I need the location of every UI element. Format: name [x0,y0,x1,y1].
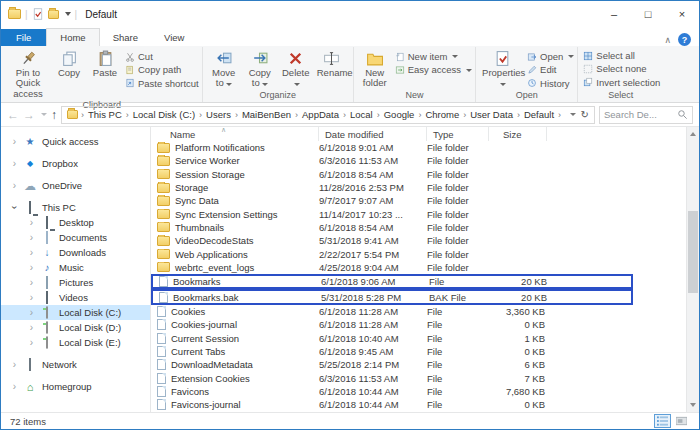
properties-qat-icon[interactable] [32,8,44,20]
up-icon[interactable]: ↑ [51,108,57,122]
breadcrumb-user-data[interactable]: User Data [467,109,516,120]
search-input[interactable]: Search De... [599,106,693,124]
maximize-button[interactable]: □ [631,1,665,27]
move-to-button[interactable]: Move to [206,47,242,89]
chevron-right-icon[interactable]: › [11,136,18,147]
rename-button[interactable]: Rename [314,47,350,78]
breadcrumb-local-disk-c[interactable]: Local Disk (C:) [130,109,198,120]
help-icon[interactable]: ? [678,33,691,46]
back-icon[interactable]: ← [7,108,19,122]
chevron-down-icon[interactable]: › [9,204,20,211]
vertical-scrollbar[interactable] [686,127,699,412]
recent-locations-icon[interactable] [41,113,47,116]
table-row[interactable]: Current Session6/1/2018 10:40 AMFile1 KB [151,332,686,345]
chevron-right-icon[interactable]: › [11,381,18,392]
breadcrumb-chrome[interactable]: Chrome [422,109,462,120]
qat-dropdown-icon[interactable] [65,12,71,16]
table-row[interactable]: Storage11/28/2016 2:53 PMFile folder [151,181,686,194]
scroll-up-icon[interactable] [690,132,696,136]
address-dropdown-icon[interactable] [570,113,576,116]
table-row[interactable]: webrtc_event_logs4/25/2018 9:04 AMFile f… [151,261,686,274]
sidebar-item-downloads[interactable]: ›↓Downloads [1,245,150,260]
paste-shortcut-button[interactable]: Paste shortcut [125,78,199,89]
details-view-button[interactable] [654,414,671,428]
table-row-bookmarks-highlighted[interactable]: Bookmarks6/1/2018 9:06 AMFile20 KB [151,274,633,290]
breadcrumb-local[interactable]: Local [347,109,376,120]
chevron-right-icon[interactable]: › [11,359,18,370]
sidebar-item-quick-access[interactable]: ›★Quick access [1,134,150,149]
thumbnails-view-button[interactable] [673,414,690,428]
sidebar-item-desktop[interactable]: ›Desktop [1,215,150,230]
chevron-right-icon[interactable]: › [11,158,18,169]
table-row[interactable]: Service Worker6/3/2016 11:53 AMFile fold… [151,154,686,167]
copy-button[interactable]: Copy [51,47,87,78]
breadcrumb-default[interactable]: Default [521,109,557,120]
tab-view[interactable]: View [151,29,197,46]
table-row[interactable]: Cookies6/1/2018 11:28 AMFile3,360 KB [151,305,686,318]
table-row[interactable]: Thumbnails6/1/2018 8:54 AMFile folder [151,221,686,234]
sidebar-item-local-disk-d[interactable]: ›Local Disk (D:) [1,320,150,335]
sidebar-item-videos[interactable]: ›Videos [1,290,150,305]
sidebar-item-this-pc[interactable]: ›This PC [1,200,150,215]
select-none-button[interactable]: Select none [583,63,660,74]
sidebar-item-pictures[interactable]: ›Pictures [1,275,150,290]
address-bar[interactable]: › This PC › Local Disk (C:) › Users › Ma… [61,106,595,124]
new-folder-qat-icon[interactable] [48,10,59,19]
select-all-button[interactable]: Select all [583,50,660,61]
column-header-name[interactable]: ∧Name [151,127,319,141]
chevron-right-icon[interactable]: › [28,322,35,333]
new-folder-button[interactable]: New folder [357,47,393,89]
column-header-type[interactable]: Type [427,127,489,141]
breadcrumb-users[interactable]: Users [203,109,234,120]
forward-icon[interactable]: → [23,108,35,122]
scrollbar-thumb[interactable] [688,211,698,293]
sidebar-item-local-disk-c[interactable]: ›Local Disk (C:) [1,305,150,320]
table-row[interactable]: Favicons6/1/2018 10:44 AMFile7,680 KB [151,385,686,398]
breadcrumb-maibenben[interactable]: MaiBenBen [239,109,294,120]
delete-button[interactable]: Delete [278,47,314,89]
table-row[interactable]: Favicons-journal6/1/2018 10:44 AMFile0 K… [151,398,686,411]
paste-button[interactable]: Paste [87,47,123,78]
chevron-right-icon[interactable]: › [28,262,35,273]
copy-to-button[interactable]: Copy to [242,47,278,89]
minimize-button[interactable]: – [597,1,631,27]
tab-file[interactable]: File [1,29,46,46]
chevron-right-icon[interactable]: › [28,337,35,348]
table-row[interactable]: Session Storage6/1/2018 8:54 AMFile fold… [151,168,686,181]
chevron-right-icon[interactable]: › [28,292,35,303]
tab-share[interactable]: Share [100,29,151,46]
table-row[interactable]: Cookies-journal6/1/2018 11:28 AMFile0 KB [151,318,686,331]
collapse-ribbon-icon[interactable]: ∧ [664,35,671,45]
sidebar-item-homegroup[interactable]: ›⌂Homegroup [1,379,150,394]
history-button[interactable]: History [527,78,574,89]
table-row[interactable]: Web Applications2/22/2017 5:54 PMFile fo… [151,247,686,260]
sidebar-item-music[interactable]: ›♪Music [1,260,150,275]
breadcrumb-appdata[interactable]: AppData [299,109,342,120]
table-row[interactable]: Current Tabs6/1/2018 9:45 AMFile0 KB [151,345,686,358]
breadcrumb-google[interactable]: Google [381,109,418,120]
open-button[interactable]: Open [527,51,574,62]
sidebar-item-documents[interactable]: ›Documents [1,230,150,245]
sidebar-item-dropbox[interactable]: ›◆Dropbox [1,156,150,171]
sidebar-item-onedrive[interactable]: ›☁OneDrive [1,178,150,193]
refresh-icon[interactable]: ↻ [581,109,589,120]
sidebar-item-network[interactable]: ›Network [1,357,150,372]
edit-button[interactable]: Edit [527,64,574,75]
breadcrumb-this-pc[interactable]: This PC [85,109,125,120]
table-row[interactable]: Platform Notifications6/1/2018 9:01 AMFi… [151,141,686,154]
chevron-right-icon[interactable]: › [11,180,18,191]
chevron-right-icon[interactable]: › [28,307,35,318]
invert-selection-button[interactable]: Invert selection [583,77,660,88]
table-row[interactable]: VideoDecodeStats5/31/2018 9:41 AMFile fo… [151,234,686,247]
sidebar-item-local-disk-e[interactable]: ›Local Disk (E:) [1,335,150,350]
column-header-size[interactable]: Size [489,127,547,141]
tab-home[interactable]: Home [46,28,99,46]
new-item-button[interactable]: New item [395,51,472,62]
close-button[interactable]: × [665,1,699,27]
copy-path-button[interactable]: Copy path [125,64,199,75]
table-row[interactable]: DownloadMetadata5/25/2018 2:14 PMFile6 K… [151,358,686,371]
scroll-down-icon[interactable] [690,403,696,407]
chevron-right-icon[interactable]: › [28,217,35,228]
column-header-date-modified[interactable]: Date modified [319,127,427,141]
table-row[interactable]: Sync Extension Settings11/14/2017 10:23 … [151,207,686,220]
